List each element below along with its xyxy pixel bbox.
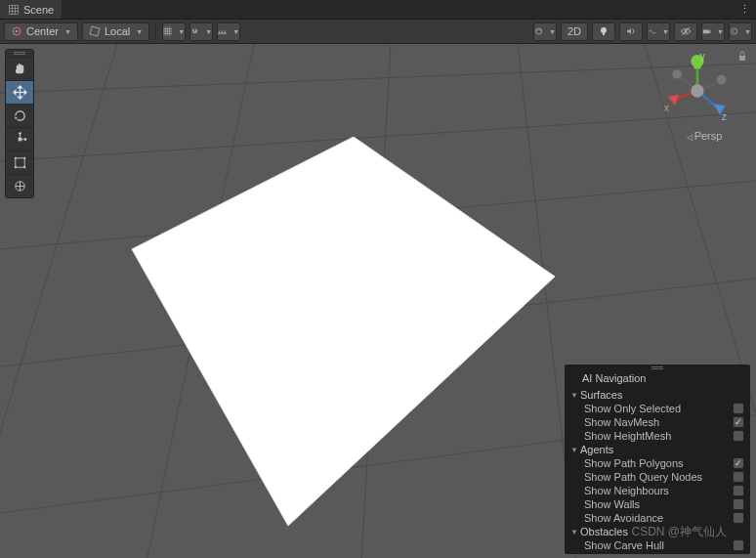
svg-point-27 xyxy=(734,30,735,32)
view-tool[interactable] xyxy=(6,57,33,80)
chevron-down-icon: ▼ xyxy=(232,28,239,35)
svg-point-48 xyxy=(14,157,16,159)
projection-toggle[interactable]: ◁Persp xyxy=(660,130,748,142)
scene-viewport[interactable]: x y z ◁Persp AI Navigation ▼Surfaces Sho… xyxy=(0,44,756,558)
checkbox[interactable] xyxy=(733,498,744,510)
fx-icon xyxy=(648,25,656,37)
fx-dropdown[interactable]: ▼ xyxy=(647,22,670,41)
move-tool[interactable] xyxy=(6,80,33,104)
gizmos-dropdown[interactable]: ▼ xyxy=(729,22,752,41)
visibility-toggle[interactable] xyxy=(674,22,697,41)
svg-rect-45 xyxy=(19,132,21,134)
ruler-icon xyxy=(218,25,227,37)
lighting-toggle[interactable] xyxy=(592,22,615,41)
show-path-polygons-row[interactable]: Show Path Polygons xyxy=(565,456,750,470)
foldout-icon: ▼ xyxy=(570,528,578,537)
svg-rect-46 xyxy=(24,138,26,141)
svg-point-6 xyxy=(16,30,19,33)
move-icon xyxy=(13,85,27,100)
checkbox[interactable] xyxy=(733,457,744,469)
svg-rect-0 xyxy=(10,5,19,14)
show-carve-hull-row[interactable]: Show Carve Hull xyxy=(565,538,750,552)
rect-icon xyxy=(13,155,27,170)
chevron-down-icon: ▼ xyxy=(136,28,143,35)
lock-icon[interactable] xyxy=(736,50,748,62)
transform-tool[interactable] xyxy=(6,174,33,197)
checkbox[interactable] xyxy=(733,539,744,551)
svg-point-21 xyxy=(601,27,607,33)
scene-tab-label: Scene xyxy=(23,4,54,16)
panel-title: AI Navigation xyxy=(565,371,750,388)
svg-text:z: z xyxy=(722,111,727,122)
tab-bar: Scene ⋮ xyxy=(0,0,756,20)
grid-icon xyxy=(163,25,172,37)
eye-off-icon xyxy=(680,25,692,37)
2d-toggle[interactable]: 2D xyxy=(561,22,588,41)
scene-tab[interactable]: Scene xyxy=(0,0,62,19)
svg-rect-22 xyxy=(603,33,605,35)
show-path-query-nodes-row[interactable]: Show Path Query Nodes xyxy=(565,470,750,484)
panel-drag-handle[interactable] xyxy=(565,365,750,371)
white-plane[interactable] xyxy=(127,137,557,528)
local-icon xyxy=(89,25,101,37)
projection-label: Persp xyxy=(694,130,723,142)
svg-text:x: x xyxy=(664,103,670,113)
svg-marker-39 xyxy=(132,137,555,526)
checkbox[interactable] xyxy=(733,403,744,414)
checkbox[interactable] xyxy=(733,416,744,428)
tab-context-menu[interactable]: ⋮ xyxy=(738,3,756,16)
svg-point-20 xyxy=(535,28,541,34)
show-navmesh-row[interactable]: Show NavMesh xyxy=(565,415,750,429)
chevron-down-icon: ▼ xyxy=(205,28,212,35)
svg-rect-25 xyxy=(703,29,708,33)
checkbox[interactable] xyxy=(733,512,744,524)
show-only-selected-row[interactable]: Show Only Selected xyxy=(565,402,750,415)
scene-toolbar: Center ▼ Local ▼ ▼ ▼ ▼ ▼ 2D ▼ ▼ ▼ xyxy=(0,20,756,44)
obstacles-section-header[interactable]: ▼Obstacles xyxy=(565,525,750,538)
checkbox[interactable] xyxy=(733,471,744,483)
svg-point-64 xyxy=(672,69,682,79)
chevron-down-icon: ▼ xyxy=(549,28,556,35)
palette-drag-handle[interactable] xyxy=(6,50,33,57)
chevron-down-icon: ▼ xyxy=(64,28,71,35)
show-heightmesh-row[interactable]: Show HeightMesh xyxy=(565,429,750,443)
chevron-down-icon: ▼ xyxy=(744,28,751,35)
foldout-icon: ▼ xyxy=(570,391,578,400)
svg-rect-7 xyxy=(90,26,100,36)
chevron-down-icon: ▼ xyxy=(662,28,669,35)
rect-tool[interactable] xyxy=(6,150,33,174)
checkbox[interactable] xyxy=(733,485,744,496)
scale-tool[interactable] xyxy=(6,127,33,150)
draw-mode-dropdown[interactable]: ▼ xyxy=(533,22,557,41)
hand-icon xyxy=(13,62,27,76)
ai-navigation-panel[interactable]: AI Navigation ▼Surfaces Show Only Select… xyxy=(565,365,750,554)
snap-dropdown[interactable]: ▼ xyxy=(189,22,213,41)
increment-snap-dropdown[interactable]: ▼ xyxy=(217,22,240,41)
camera-icon xyxy=(702,25,711,37)
pivot-mode-dropdown[interactable]: Center ▼ xyxy=(4,22,78,41)
2d-label: 2D xyxy=(567,25,581,37)
checkbox[interactable] xyxy=(733,430,744,442)
foldout-icon: ▼ xyxy=(570,446,578,454)
camera-dropdown[interactable]: ▼ xyxy=(701,22,725,41)
transform-tools-palette[interactable] xyxy=(5,49,34,198)
agents-section-header[interactable]: ▼Agents xyxy=(565,443,750,456)
show-walls-row[interactable]: Show Walls xyxy=(565,497,750,511)
orientation-gizmo[interactable]: x y z ◁Persp xyxy=(660,50,748,148)
audio-toggle[interactable] xyxy=(619,22,643,41)
svg-rect-42 xyxy=(18,138,21,142)
rotate-tool[interactable] xyxy=(6,104,33,127)
handle-rotation-dropdown[interactable]: Local ▼ xyxy=(82,22,149,41)
show-avoidance-row[interactable]: Show Avoidance xyxy=(565,511,750,525)
scale-icon xyxy=(13,132,27,147)
axis-gizmo[interactable]: x y z xyxy=(660,54,735,128)
chevron-down-icon: ▼ xyxy=(178,28,185,35)
svg-rect-55 xyxy=(739,56,745,61)
surfaces-section-header[interactable]: ▼Surfaces xyxy=(565,388,750,402)
show-neighbours-row[interactable]: Show Neighbours xyxy=(565,484,750,497)
gizmos-icon xyxy=(730,25,738,37)
grid-dropdown[interactable]: ▼ xyxy=(162,22,186,41)
rotate-icon xyxy=(13,108,27,123)
chevron-down-icon: ▼ xyxy=(717,28,724,35)
snap-icon xyxy=(190,25,199,37)
